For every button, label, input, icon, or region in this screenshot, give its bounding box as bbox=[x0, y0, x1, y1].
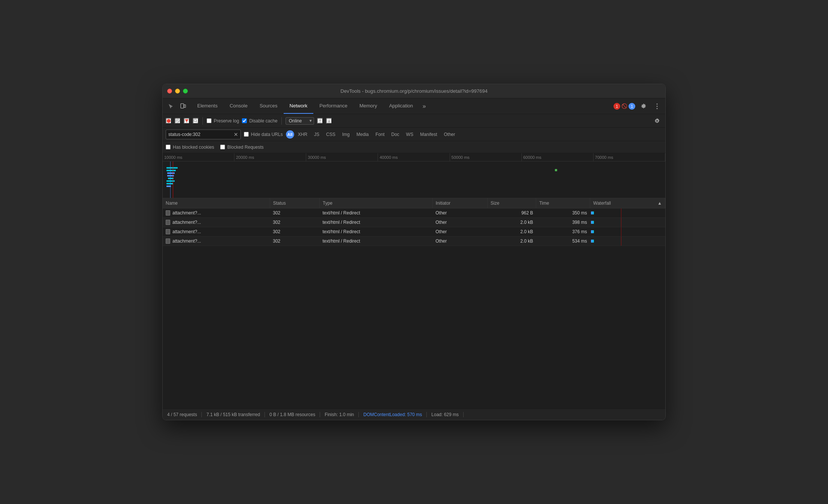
load-time: Load: 629 ms bbox=[427, 412, 464, 417]
tab-sources[interactable]: Sources bbox=[254, 98, 284, 114]
file-icon bbox=[166, 220, 170, 225]
settings-icon[interactable] bbox=[638, 101, 649, 112]
toolbar-separator-1 bbox=[202, 117, 203, 125]
title-bar: DevTools - bugs.chromium.org/p/chromium/… bbox=[163, 84, 665, 98]
more-tabs-button[interactable]: » bbox=[419, 101, 429, 112]
col-type[interactable]: Type bbox=[320, 198, 433, 208]
row-initiator: Other bbox=[432, 237, 487, 246]
blocked-cookies-label[interactable]: Has blocked cookies bbox=[166, 145, 214, 150]
disable-cache-checkbox-label[interactable]: Disable cache bbox=[242, 118, 277, 124]
transferred-size: 7.1 kB / 515 kB transferred bbox=[202, 412, 265, 417]
row-status: 302 bbox=[270, 237, 319, 246]
search-icon[interactable] bbox=[193, 118, 199, 124]
tick-50000: 50000 ms bbox=[450, 153, 522, 161]
table-row[interactable]: attachment?...302text/html / RedirectOth… bbox=[163, 227, 665, 237]
row-name: attachment?... bbox=[172, 220, 201, 225]
col-name[interactable]: Name bbox=[163, 198, 270, 208]
window-title: DevTools - bugs.chromium.org/p/chromium/… bbox=[340, 88, 487, 94]
timeline-ruler: 10000 ms 20000 ms 30000 ms 40000 ms 5000… bbox=[163, 153, 665, 161]
table-row[interactable]: attachment?...302text/html / RedirectOth… bbox=[163, 218, 665, 227]
tick-20000: 20000 ms bbox=[234, 153, 306, 161]
filter-tag-all[interactable]: All bbox=[286, 130, 294, 139]
filter-tag-other[interactable]: Other bbox=[441, 131, 458, 138]
device-toolbar-icon[interactable] bbox=[178, 101, 188, 112]
filter-tag-js[interactable]: JS bbox=[311, 131, 322, 138]
table-row[interactable]: attachment?...302text/html / RedirectOth… bbox=[163, 208, 665, 218]
download-icon[interactable] bbox=[326, 118, 332, 124]
filter-tag-manifest[interactable]: Manifest bbox=[417, 131, 440, 138]
col-initiator[interactable]: Initiator bbox=[432, 198, 487, 208]
main-content: 10000 ms 20000 ms 30000 ms 40000 ms 5000… bbox=[163, 153, 665, 409]
row-size: 962 B bbox=[487, 208, 536, 218]
row-size: 2.0 kB bbox=[487, 237, 536, 246]
col-size[interactable]: Size bbox=[487, 198, 536, 208]
tab-memory[interactable]: Memory bbox=[354, 98, 383, 114]
dom-content-loaded: DOMContentLoaded: 570 ms bbox=[359, 412, 427, 417]
filter-tag-media[interactable]: Media bbox=[354, 131, 372, 138]
clear-search-icon[interactable]: ✕ bbox=[234, 131, 238, 137]
search-input-wrap[interactable]: ✕ bbox=[166, 130, 241, 139]
filter-tag-ws[interactable]: WS bbox=[403, 131, 416, 138]
svg-rect-0 bbox=[181, 104, 184, 108]
filter-tag-font[interactable]: Font bbox=[372, 131, 387, 138]
row-name: attachment?... bbox=[172, 229, 201, 234]
timeline-waterfall-preview bbox=[163, 161, 665, 198]
error-badge-row: 1 🚫 1 bbox=[613, 103, 635, 110]
record-button[interactable] bbox=[166, 118, 172, 124]
tab-elements[interactable]: Elements bbox=[191, 98, 224, 114]
disable-cache-checkbox[interactable] bbox=[242, 118, 247, 123]
blocked-requests-checkbox[interactable] bbox=[220, 145, 225, 149]
tick-10000: 10000 ms bbox=[163, 153, 234, 161]
minimize-button[interactable] bbox=[175, 89, 180, 94]
error-badge: 1 bbox=[613, 103, 620, 110]
svg-line-7 bbox=[177, 120, 178, 122]
col-status[interactable]: Status bbox=[270, 198, 319, 208]
preserve-log-checkbox[interactable] bbox=[207, 118, 212, 123]
network-settings-icon[interactable] bbox=[652, 116, 662, 126]
maximize-button[interactable] bbox=[183, 89, 188, 94]
throttle-dropdown[interactable]: Online Fast 3G Slow 3G Offline bbox=[286, 117, 314, 125]
file-icon bbox=[166, 238, 170, 244]
tick-30000: 30000 ms bbox=[306, 153, 378, 161]
network-table[interactable]: Name Status Type Initiator Size bbox=[163, 198, 665, 409]
devtools-tab-bar: Elements Console Sources Network Perform… bbox=[163, 98, 665, 114]
row-waterfall bbox=[590, 227, 665, 237]
blocked-cookies-checkbox[interactable] bbox=[166, 145, 171, 149]
row-initiator: Other bbox=[432, 227, 487, 237]
hide-data-urls-label[interactable]: Hide data URLs bbox=[244, 132, 283, 137]
inspect-icon[interactable] bbox=[166, 101, 176, 112]
file-icon bbox=[166, 210, 170, 216]
filter-icon[interactable] bbox=[184, 118, 190, 124]
more-options-icon[interactable] bbox=[652, 101, 662, 112]
blocked-requests-label[interactable]: Blocked Requests bbox=[220, 145, 264, 150]
tab-console[interactable]: Console bbox=[224, 98, 254, 114]
row-type: text/html / Redirect bbox=[320, 218, 433, 227]
close-button[interactable] bbox=[167, 89, 172, 94]
row-size: 2.0 kB bbox=[487, 227, 536, 237]
resources-size: 0 B / 1.8 MB resources bbox=[265, 412, 320, 417]
clear-button[interactable] bbox=[175, 118, 181, 124]
filter-tag-css[interactable]: CSS bbox=[323, 131, 338, 138]
row-initiator: Other bbox=[432, 208, 487, 218]
checkboxes-row: Has blocked cookies Blocked Requests bbox=[163, 141, 665, 153]
finish-time: Finish: 1.0 min bbox=[320, 412, 359, 417]
filter-tag-img[interactable]: Img bbox=[339, 131, 353, 138]
table-row[interactable]: attachment?...302text/html / RedirectOth… bbox=[163, 237, 665, 246]
tick-40000: 40000 ms bbox=[378, 153, 450, 161]
row-waterfall bbox=[590, 208, 665, 218]
filter-tag-doc[interactable]: Doc bbox=[388, 131, 402, 138]
requests-count: 4 / 57 requests bbox=[167, 412, 202, 417]
row-time: 534 ms bbox=[536, 237, 590, 246]
filter-tag-xhr[interactable]: XHR bbox=[295, 131, 310, 138]
network-toolbar: Preserve log Disable cache Online Fast 3… bbox=[163, 114, 665, 128]
search-input[interactable] bbox=[168, 132, 234, 137]
tab-performance[interactable]: Performance bbox=[313, 98, 353, 114]
col-waterfall[interactable]: Waterfall ▲ bbox=[590, 198, 665, 208]
traffic-lights bbox=[167, 89, 188, 94]
preserve-log-checkbox-label[interactable]: Preserve log bbox=[207, 118, 239, 124]
col-time[interactable]: Time bbox=[536, 198, 590, 208]
tab-application[interactable]: Application bbox=[383, 98, 419, 114]
hide-data-urls-checkbox[interactable] bbox=[244, 132, 249, 137]
tab-network[interactable]: Network bbox=[284, 98, 314, 114]
upload-icon[interactable] bbox=[317, 118, 323, 124]
